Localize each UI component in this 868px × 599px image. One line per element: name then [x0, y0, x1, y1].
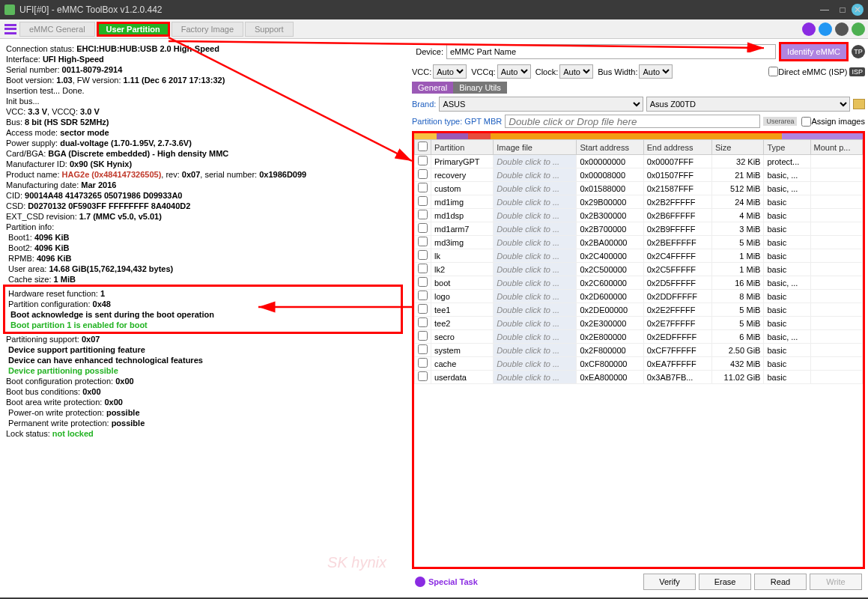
cell-image[interactable]: Double click to ... [494, 209, 577, 222]
row-checkbox[interactable] [418, 264, 428, 273]
row-checkbox[interactable] [418, 291, 428, 300]
brand-select[interactable]: ASUS [439, 97, 643, 112]
special-task-icon[interactable] [415, 577, 425, 587]
cell-type: basic, ... [764, 182, 810, 195]
table-row[interactable]: tee1Double click to ...0x2DE000000x2E2FF… [415, 303, 863, 317]
cell-start: 0x2DE00000 [577, 303, 643, 317]
cell-image[interactable]: Double click to ... [494, 290, 577, 303]
th-start[interactable]: Start address [577, 140, 643, 155]
row-checkbox[interactable] [418, 183, 428, 192]
cell-image[interactable]: Double click to ... [494, 168, 577, 182]
cell-image[interactable]: Double click to ... [494, 371, 577, 384]
row-checkbox[interactable] [418, 331, 428, 341]
row-checkbox[interactable] [418, 169, 428, 179]
identify-emmc-button[interactable]: Identify eMMC [779, 42, 849, 61]
tp-badge[interactable]: TP [852, 45, 865, 58]
direct-emmc-checkbox[interactable] [768, 67, 778, 76]
vccq-select[interactable]: Auto [497, 64, 531, 79]
write-button[interactable]: Write [810, 574, 862, 590]
clock-select[interactable]: Auto [559, 64, 593, 79]
th-size[interactable]: Size [712, 140, 764, 155]
model-select[interactable]: Asus Z00TD [646, 97, 850, 112]
buswidth-select[interactable]: Auto [639, 64, 673, 79]
verify-button[interactable]: Verify [643, 574, 696, 590]
row-checkbox[interactable] [418, 344, 428, 354]
row-checkbox[interactable] [418, 156, 428, 165]
cell-partition: PrimaryGPT [431, 155, 494, 168]
table-row[interactable]: PrimaryGPTDouble click to ...0x000000000… [415, 155, 863, 168]
cell-image[interactable]: Double click to ... [494, 195, 577, 209]
row-checkbox[interactable] [418, 210, 428, 219]
cell-image[interactable]: Double click to ... [494, 155, 577, 168]
cell-image[interactable]: Double click to ... [494, 276, 577, 290]
vcc-select[interactable]: Auto [433, 64, 467, 79]
cell-image[interactable]: Double click to ... [494, 330, 577, 344]
row-checkbox[interactable] [418, 237, 428, 246]
cell-image[interactable]: Double click to ... [494, 249, 577, 263]
settings-icon[interactable] [852, 22, 865, 36]
row-checkbox[interactable] [418, 304, 428, 314]
row-checkbox[interactable] [418, 277, 428, 287]
table-row[interactable]: lkDouble click to ...0x2C4000000x2C4FFFF… [415, 249, 863, 263]
close-icon[interactable]: ✕ [852, 4, 864, 16]
info-icon[interactable] [835, 22, 849, 36]
subtab-general[interactable]: General [412, 82, 453, 94]
maximize-icon[interactable]: □ [834, 4, 852, 15]
select-all-checkbox[interactable] [418, 142, 428, 151]
table-row[interactable]: md3imgDouble click to ...0x2BA000000x2BE… [415, 236, 863, 249]
th-end[interactable]: End address [643, 140, 711, 155]
th-image[interactable]: Image file [494, 140, 577, 155]
table-row[interactable]: systemDouble click to ...0x2F8000000xCF7… [415, 344, 863, 357]
cell-image[interactable]: Double click to ... [494, 317, 577, 330]
table-row[interactable]: lk2Double click to ...0x2C5000000x2C5FFF… [415, 263, 863, 276]
table-row[interactable]: cacheDouble click to ...0xCF8000000xEA7F… [415, 357, 863, 371]
row-checkbox[interactable] [418, 317, 428, 327]
hamburger-icon[interactable] [3, 22, 18, 36]
row-checkbox[interactable] [418, 223, 428, 233]
cell-partition: md1img [431, 195, 494, 209]
cell-image[interactable]: Double click to ... [494, 303, 577, 317]
th-type[interactable]: Type [764, 140, 810, 155]
row-checkbox[interactable] [418, 371, 428, 381]
assign-images-checkbox[interactable] [801, 117, 811, 127]
minimize-icon[interactable]: — [816, 4, 834, 15]
read-button[interactable]: Read [754, 574, 807, 590]
th-mount[interactable]: Mount p... [810, 140, 862, 155]
special-task-link[interactable]: Special Task [428, 577, 478, 586]
cell-image[interactable]: Double click to ... [494, 236, 577, 249]
cell-image[interactable]: Double click to ... [494, 344, 577, 357]
th-partition[interactable]: Partition [431, 140, 494, 155]
tab-support[interactable]: Support [245, 22, 294, 37]
table-row[interactable]: md1imgDouble click to ...0x29B000000x2B2… [415, 195, 863, 209]
cell-image[interactable]: Double click to ... [494, 357, 577, 371]
table-row[interactable]: recoveryDouble click to ...0x000080000x0… [415, 168, 863, 182]
cell-mount [810, 236, 862, 249]
table-row[interactable]: tee2Double click to ...0x2E3000000x2E7FF… [415, 317, 863, 330]
table-row[interactable]: secroDouble click to ...0x2E8000000x2EDF… [415, 330, 863, 344]
tab-emmc-general[interactable]: eMMC General [19, 22, 95, 37]
cell-image[interactable]: Double click to ... [494, 263, 577, 276]
erase-button[interactable]: Erase [699, 574, 751, 590]
table-row[interactable]: customDouble click to ...0x015880000x215… [415, 182, 863, 195]
tab-user-partition[interactable]: User Partition [97, 22, 170, 37]
row-checkbox[interactable] [418, 358, 428, 368]
cell-image[interactable]: Double click to ... [494, 222, 577, 236]
device-name-input[interactable] [446, 44, 776, 59]
table-row[interactable]: userdataDouble click to ...0xEA8000000x3… [415, 371, 863, 384]
table-row[interactable]: bootDouble click to ...0x2C6000000x2D5FF… [415, 276, 863, 290]
cell-image[interactable]: Double click to ... [494, 182, 577, 195]
subtab-binary-utils[interactable]: Binary Utils [453, 82, 507, 94]
table-row[interactable]: md1dspDouble click to ...0x2B3000000x2B6… [415, 209, 863, 222]
folder-icon[interactable] [853, 99, 865, 109]
table-row[interactable]: logoDouble click to ...0x2D6000000x2DDFF… [415, 290, 863, 303]
globe-icon[interactable] [802, 22, 816, 36]
cell-partition: userdata [431, 371, 494, 384]
file-input[interactable] [505, 115, 760, 128]
table-row[interactable]: md1arm7Double click to ...0x2B7000000x2B… [415, 222, 863, 236]
cell-mount [810, 263, 862, 276]
row-checkbox[interactable] [418, 250, 428, 260]
cell-size: 32 KiB [712, 155, 764, 168]
tab-factory-image[interactable]: Factory Image [172, 22, 243, 37]
row-checkbox[interactable] [418, 196, 428, 206]
download-icon[interactable] [819, 22, 832, 36]
